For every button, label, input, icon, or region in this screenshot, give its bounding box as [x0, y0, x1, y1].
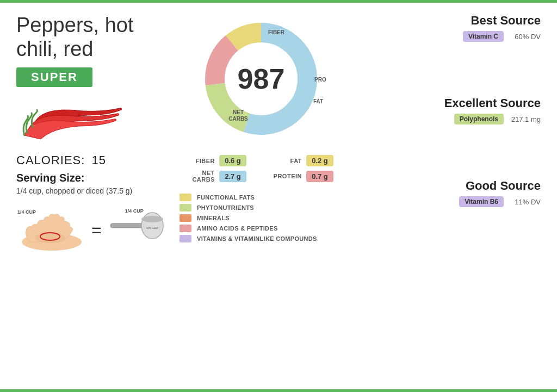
middle-column: NET CARBS FIBER PROTEIN FAT 987 FIBER 0.…: [158, 14, 364, 378]
good-source-label: Vitamin B6: [459, 196, 504, 207]
spacer-1: [375, 53, 541, 85]
swatch-amino-acids: [180, 225, 191, 232]
swatch-minerals: [180, 214, 191, 222]
macro-label-protein: PROTEIN: [267, 173, 302, 179]
svg-text:1/4 CUP: 1/4 CUP: [146, 226, 158, 229]
calories-value: 15: [91, 153, 106, 167]
svg-text:FIBER: FIBER: [268, 29, 285, 35]
legend-item-amino-acids: AMINO ACIDS & PEPTIDES: [180, 225, 343, 232]
legend-label-vitamins: VITAMINS & VITAMINLIKE COMPOUNDS: [197, 235, 317, 242]
macro-value-protein: 0.7 g: [306, 171, 333, 182]
legend-label-phytonutrients: PHYTONUTRIENTS: [197, 204, 254, 211]
macro-value-carbs: 2.7 g: [219, 171, 246, 182]
serving-size-label: Serving Size:: [16, 172, 158, 184]
legend-item-vitamins: VITAMINS & VITAMINLIKE COMPOUNDS: [180, 235, 343, 242]
svg-text:CARBS: CARBS: [228, 116, 248, 122]
svg-point-5: [141, 216, 163, 222]
best-source-section: Best Source Vitamin C 60% DV: [375, 14, 541, 42]
swatch-vitamins: [180, 235, 191, 242]
macro-row-fiber: FIBER 0.6 g: [180, 155, 256, 166]
excellent-source-section: Excellent Source Polyphenols 217.1 mg: [375, 96, 541, 125]
good-source-section: Good Source Vitamin B6 11% DV: [375, 179, 541, 207]
good-source-title: Good Source: [375, 179, 541, 193]
best-source-value: 60% DV: [508, 33, 541, 41]
macro-label-carbs: NET CARBS: [180, 170, 215, 183]
hand-image: 1/4 CUP: [16, 208, 87, 252]
page-container: Peppers, hot chili, red SUPER CALORIES: …: [0, 3, 557, 389]
super-badge: SUPER: [16, 67, 92, 87]
legend-item-functional-fats: FUNCTIONAL FATS: [180, 194, 343, 201]
macro-row-carbs: NET CARBS 2.7 g: [180, 170, 256, 183]
excellent-source-bar: Polyphenols 217.1 mg: [375, 114, 541, 125]
best-source-label: Vitamin C: [463, 31, 504, 42]
best-source-bar: Vitamin C 60% DV: [375, 31, 541, 42]
excellent-source-value: 217.1 mg: [508, 115, 541, 123]
donut-center: 987: [238, 63, 285, 95]
legend: FUNCTIONAL FATS PHYTONUTRIENTS MINERALS …: [180, 194, 343, 245]
macros-grid: FIBER 0.6 g FAT 0.2 g NET CARBS 2.7 g PR…: [180, 155, 343, 183]
macro-value-fiber: 0.6 g: [219, 155, 246, 166]
donut-value: 987: [238, 63, 285, 95]
legend-item-minerals: MINERALS: [180, 214, 343, 222]
macro-row-protein: PROTEIN 0.7 g: [267, 170, 343, 183]
swatch-functional-fats: [180, 194, 191, 201]
macro-row-fat: FAT 0.2 g: [267, 155, 343, 166]
good-source-value: 11% DV: [508, 198, 541, 206]
equals-sign: =: [91, 220, 102, 240]
serving-visual: 1/4 CUP = 1/4 CUP 1/4 CUP: [16, 208, 158, 252]
spacer-2: [375, 135, 541, 168]
serving-size-desc: 1/4 cup, chopped or diced (37.5 g): [16, 186, 158, 195]
svg-rect-3: [110, 223, 143, 228]
legend-label-functional-fats: FUNCTIONAL FATS: [197, 194, 255, 201]
excellent-source-title: Excellent Source: [375, 96, 541, 110]
calories-label: CALORIES:: [16, 153, 85, 167]
cup-image: 1/4 CUP 1/4 CUP: [106, 208, 166, 252]
svg-point-1: [35, 232, 65, 243]
hand-annotation: 1/4 CUP: [17, 209, 36, 215]
macro-label-fiber: FIBER: [180, 158, 215, 164]
food-title: Peppers, hot chili, red: [16, 14, 158, 61]
best-source-title: Best Source: [375, 14, 541, 28]
svg-text:NET: NET: [233, 109, 244, 115]
good-source-bar: Vitamin B6 11% DV: [375, 196, 541, 207]
legend-label-minerals: MINERALS: [197, 215, 230, 221]
pepper-svg: [16, 95, 125, 144]
legend-item-phytonutrients: PHYTONUTRIENTS: [180, 204, 343, 211]
svg-text:FAT: FAT: [313, 98, 323, 104]
food-image: [16, 95, 125, 144]
calories-row: CALORIES: 15: [16, 153, 158, 167]
legend-label-amino-acids: AMINO ACIDS & PEPTIDES: [197, 225, 278, 232]
donut-chart: NET CARBS FIBER PROTEIN FAT 987: [196, 14, 326, 144]
macro-value-fat: 0.2 g: [306, 155, 333, 166]
swatch-phytonutrients: [180, 204, 191, 211]
excellent-source-label: Polyphenols: [454, 114, 504, 125]
cup-annotation: 1/4 CUP: [125, 208, 144, 214]
svg-text:PROTEIN: PROTEIN: [314, 77, 326, 83]
left-column: Peppers, hot chili, red SUPER CALORIES: …: [16, 14, 158, 378]
right-column: Best Source Vitamin C 60% DV Excellent S…: [364, 14, 541, 378]
macro-label-fat: FAT: [267, 158, 302, 164]
